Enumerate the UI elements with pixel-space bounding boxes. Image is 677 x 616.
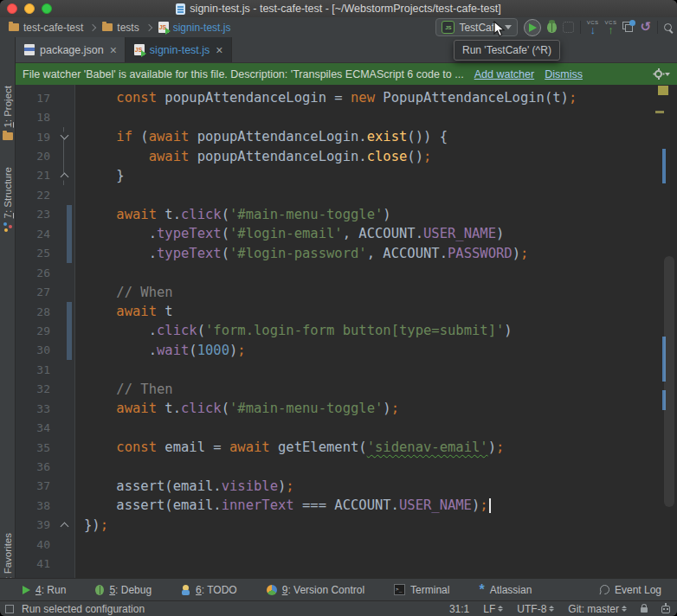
code-token: ) [496, 226, 504, 241]
vcs-change-marker[interactable] [67, 302, 72, 321]
line-number[interactable]: 35 [16, 441, 54, 454]
warning-stripe-mark[interactable] [655, 111, 664, 113]
line-number[interactable]: 17 [16, 92, 54, 105]
line-number[interactable]: 24 [16, 228, 54, 241]
run-button[interactable] [524, 19, 541, 36]
gutter-mark-column [54, 185, 74, 204]
code-token [84, 440, 116, 455]
compare-changes-button[interactable] [622, 22, 634, 33]
line-number[interactable]: 31 [16, 363, 54, 376]
toolwindow-button-debug[interactable]: 5: Debug [92, 584, 155, 596]
code-token: '#login-email' [229, 226, 343, 241]
caret-position-widget[interactable]: 31:1 [449, 603, 469, 615]
run-with-coverage-button[interactable] [563, 22, 574, 33]
vcs-change-marker[interactable] [67, 244, 72, 263]
code-line: 19 if (await popupAttendanceLogin.exist(… [16, 127, 665, 146]
vcs-change-marker[interactable] [67, 205, 72, 224]
close-window-button[interactable] [7, 3, 17, 14]
code-token: ; [237, 343, 245, 358]
lock-icon[interactable] [641, 607, 648, 613]
toolwindow-button-todo[interactable]: 6: TODO [177, 584, 241, 596]
minimize-window-button[interactable] [24, 3, 35, 14]
vcs-change-marker[interactable] [67, 321, 72, 340]
line-number[interactable]: 22 [16, 189, 54, 202]
encoding-widget[interactable]: UTF-8 [517, 603, 554, 615]
dismiss-link[interactable]: Dismiss [545, 68, 583, 80]
vcs-change-marker[interactable] [67, 341, 72, 360]
line-number[interactable]: 30 [16, 343, 54, 356]
line-number[interactable]: 23 [16, 208, 54, 221]
code-token: ( [222, 401, 229, 416]
line-number[interactable]: 37 [16, 479, 54, 492]
arrow-down-icon: ↓ [590, 24, 596, 35]
close-icon[interactable]: × [109, 44, 118, 56]
code-token: // Then [84, 382, 173, 397]
toolwindow-button-label: Terminal [410, 584, 449, 596]
line-separator-widget[interactable]: LF [483, 603, 503, 615]
zoom-window-button[interactable] [42, 3, 52, 14]
line-number[interactable]: 18 [16, 111, 54, 124]
debug-button[interactable] [547, 22, 557, 33]
line-number[interactable]: 41 [16, 557, 54, 570]
search-everywhere-button[interactable] [664, 23, 672, 31]
toolwindow-button-run[interactable]: 4: Run [19, 584, 69, 596]
code-token: 'form.login-form button[type=submit]' [205, 323, 504, 338]
toolwindow-button-atlassian[interactable]: *Atlassian [475, 584, 535, 596]
line-number[interactable]: 33 [16, 402, 54, 415]
close-icon[interactable]: × [215, 44, 223, 56]
breadcrumb-item-test-cafe-test[interactable]: test-cafe-test [7, 21, 85, 35]
code-token: click [181, 401, 222, 416]
fold-end-icon[interactable] [60, 522, 68, 530]
line-number[interactable]: 29 [16, 324, 54, 337]
sidebar-item-structure[interactable]: 7: Structure [0, 167, 16, 232]
code-line: 29 .click('form.login-form button[type=s… [16, 321, 665, 340]
code-line: 22 [16, 185, 665, 204]
rollback-button[interactable]: ↺ [640, 21, 651, 34]
sidebar-item-project[interactable]: 1: Project [0, 86, 16, 140]
vcs-change-marker[interactable] [67, 224, 72, 243]
code-editor[interactable]: 17 const popupAttendanceLogin = new Popu… [16, 85, 677, 578]
line-number[interactable]: 36 [16, 460, 54, 473]
line-number[interactable]: 26 [16, 266, 54, 279]
code-token: ; [423, 149, 431, 164]
event-log-button[interactable]: Event Log [596, 584, 665, 596]
code-token: popupAttendanceLogin = [157, 90, 351, 106]
inspection-status-indicator[interactable] [658, 86, 668, 95]
tool-stripe-label: 1: Project [3, 86, 13, 128]
tab-label: package.json [40, 44, 104, 56]
line-number[interactable]: 21 [16, 169, 54, 182]
tab-package.json[interactable]: package.json× [16, 37, 126, 62]
breadcrumb-item-signin-test.js[interactable]: JSsignin-test.js [157, 21, 233, 35]
editor-scrollbar[interactable] [664, 256, 674, 507]
toolwindow-button-terminal[interactable]: >_Terminal [390, 584, 453, 596]
toolwindow-button-version-control[interactable]: 9: Version Control [263, 584, 368, 596]
line-number[interactable]: 25 [16, 247, 54, 260]
code-token: await [116, 401, 157, 416]
line-number[interactable]: 28 [16, 305, 54, 318]
vcs-update-button[interactable]: VCS ↓ [587, 20, 599, 35]
fold-collapse-icon[interactable] [60, 132, 68, 140]
fold-line [63, 146, 64, 165]
line-number[interactable]: 38 [16, 499, 54, 512]
code-token: === ACCOUNT. [294, 497, 399, 513]
fold-end-icon[interactable] [60, 173, 68, 182]
change-stripe-mark[interactable] [662, 149, 666, 183]
code-token: ( [189, 343, 197, 358]
vcs-commit-button[interactable]: VCS ↑ [605, 20, 617, 35]
code-text: // When [74, 285, 173, 300]
line-number[interactable]: 20 [16, 150, 54, 163]
tool-window-toggle-icon[interactable] [5, 605, 14, 613]
line-number[interactable]: 40 [16, 538, 54, 551]
code-text: .typeText('#login-email', ACCOUNT.USER_N… [74, 226, 504, 241]
line-number[interactable]: 34 [16, 421, 54, 434]
breadcrumb-item-tests[interactable]: tests [100, 21, 140, 35]
line-number[interactable]: 27 [16, 286, 54, 298]
hector-inspector-icon[interactable] [661, 606, 670, 613]
line-number[interactable]: 19 [16, 131, 54, 144]
line-number[interactable]: 39 [16, 518, 54, 531]
git-branch-widget[interactable]: Git: master [568, 603, 627, 615]
tab-signin-test.js[interactable]: JSsignin-test.js× [126, 37, 232, 62]
banner-settings-button[interactable] [654, 70, 670, 78]
add-watcher-link[interactable]: Add watcher [474, 68, 534, 80]
line-number[interactable]: 32 [16, 382, 54, 395]
